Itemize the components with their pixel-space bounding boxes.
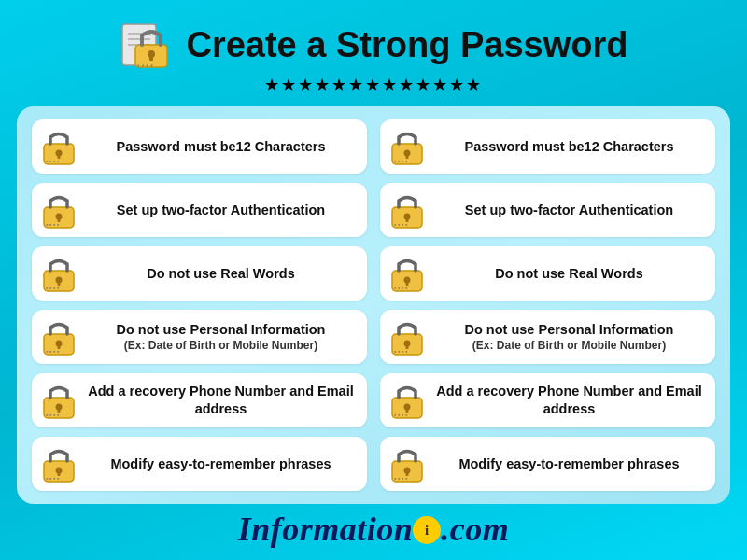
lock-icon: * * * *	[39, 127, 78, 166]
header: * * * * Create a Strong Password ★★★★★★★…	[0, 0, 747, 99]
svg-text:* * * *: * * * *	[394, 160, 408, 165]
footer-suffix: .com	[441, 511, 509, 548]
tip-label: Do not use Personal Information (Ex: Dat…	[434, 321, 704, 353]
tip-label: Do not use Real Words	[434, 265, 704, 283]
list-item: * * * * Do not use Real Words	[380, 246, 715, 301]
svg-text:* * * *: * * * *	[394, 350, 408, 356]
page-title: Create a Strong Password	[186, 25, 627, 65]
lock-icon: * * * *	[39, 444, 78, 483]
lock-icon: * * * *	[388, 190, 427, 230]
footer-text: Informationi.com	[238, 511, 510, 548]
lock-icon: * * * *	[388, 127, 427, 166]
svg-text:* * * *: * * * *	[394, 287, 408, 292]
tip-label: Modify easy-to-remember phrases	[86, 455, 356, 473]
svg-rect-26	[58, 281, 61, 286]
svg-rect-54	[406, 471, 409, 476]
list-item: * * * * Password must be12 Characters	[380, 119, 715, 174]
svg-text:* * * *: * * * *	[46, 160, 60, 165]
lock-icon: * * * *	[388, 317, 427, 357]
tip-label: Do not use Real Words	[86, 265, 356, 283]
tip-label: Set up two-factor Authentication	[434, 202, 704, 219]
tip-label: Add a recovery Phone Number and Email ad…	[434, 383, 704, 418]
list-item: * * * * Do not use Personal Information …	[380, 310, 715, 364]
stars-decoration: ★★★★★★★★★★★★★	[264, 75, 483, 95]
lock-icon: * * * *	[388, 444, 427, 483]
list-item: * * * * Modify easy-to-remember phrases	[380, 437, 715, 491]
svg-rect-42	[58, 408, 61, 413]
tip-label: Password must be12 Characters	[434, 138, 704, 156]
footer-circle: i	[413, 516, 441, 544]
list-item: * * * * Add a recovery Phone Number and …	[32, 373, 367, 427]
lock-icon: * * * *	[388, 381, 427, 420]
tip-label: Do not use Personal Information (Ex: Dat…	[86, 321, 356, 353]
footer: Informationi.com	[0, 510, 747, 549]
svg-text:* * * *: * * * *	[394, 413, 408, 419]
page: * * * * Create a Strong Password ★★★★★★★…	[0, 0, 747, 560]
svg-text:* * * *: * * * *	[394, 223, 408, 229]
list-item: * * * * Do not use Personal Information …	[32, 310, 367, 364]
list-item: * * * * Set up two-factor Authentication	[32, 183, 367, 237]
list-item: * * * * Password must be12 Characters	[32, 119, 367, 174]
tip-label: Set up two-factor Authentication	[86, 202, 356, 219]
svg-rect-10	[58, 154, 61, 159]
svg-text:* * * *: * * * *	[46, 350, 60, 356]
svg-text:* * * *: * * * *	[137, 63, 153, 70]
list-item: * * * * Modify easy-to-remember phrases	[32, 437, 367, 491]
tips-grid: * * * * Password must be12 Characters * …	[32, 119, 715, 491]
svg-text:* * * *: * * * *	[394, 477, 408, 483]
svg-rect-22	[406, 217, 409, 222]
tip-label: Add a recovery Phone Number and Email ad…	[86, 383, 356, 418]
svg-rect-38	[406, 344, 409, 349]
lock-icon: * * * *	[39, 254, 78, 293]
svg-text:* * * *: * * * *	[46, 477, 60, 483]
svg-rect-46	[406, 408, 409, 413]
list-item: * * * * Do not use Real Words	[32, 246, 367, 301]
lock-icon: * * * *	[39, 317, 78, 357]
tip-label: Password must be12 Characters	[86, 138, 356, 156]
svg-text:* * * *: * * * *	[46, 223, 60, 229]
lock-icon: * * * *	[39, 381, 78, 420]
tips-card: * * * * Password must be12 Characters * …	[17, 106, 730, 504]
svg-rect-14	[406, 154, 409, 159]
svg-rect-6	[149, 55, 153, 61]
lock-icon: * * * *	[119, 17, 175, 73]
svg-text:* * * *: * * * *	[46, 287, 60, 292]
svg-rect-18	[58, 217, 61, 222]
svg-rect-50	[58, 471, 61, 476]
tip-label: Modify easy-to-remember phrases	[434, 455, 704, 473]
lock-icon: * * * *	[39, 190, 78, 230]
svg-text:* * * *: * * * *	[46, 413, 60, 419]
svg-rect-34	[58, 344, 61, 349]
svg-rect-30	[406, 281, 409, 286]
list-item: * * * * Add a recovery Phone Number and …	[380, 373, 715, 427]
list-item: * * * * Set up two-factor Authentication	[380, 183, 715, 237]
lock-icon: * * * *	[388, 254, 427, 293]
footer-prefix: Information	[238, 511, 414, 548]
